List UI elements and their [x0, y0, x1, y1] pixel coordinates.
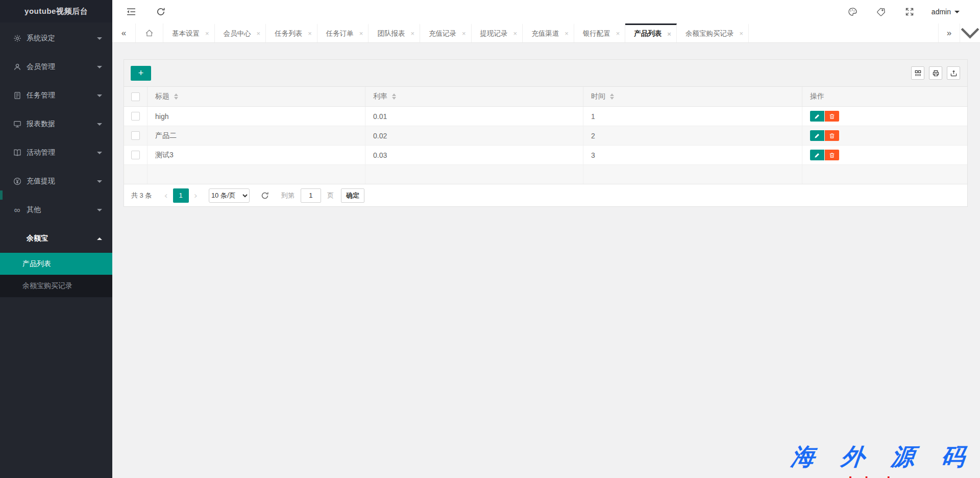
tab-产品列表[interactable]: 产品列表 × — [625, 23, 677, 42]
trash-icon — [829, 152, 835, 158]
edit-button[interactable] — [810, 111, 824, 122]
app-logo: youtube视频后台 — [0, 0, 112, 22]
table-body: high 0.01 1 产品二 0.02 2 — [124, 107, 967, 165]
sort-control[interactable] — [610, 93, 614, 100]
goto-page-input[interactable] — [301, 188, 321, 203]
top-header: admin — [112, 0, 980, 23]
sidebar-item-余额宝[interactable]: 余额宝 — [0, 224, 112, 253]
sidebar-scrollbar[interactable] — [0, 190, 3, 200]
refresh-icon[interactable] — [156, 7, 165, 16]
add-button[interactable]: + — [131, 66, 151, 81]
tab-close-icon[interactable]: × — [359, 30, 363, 37]
sidebar-item-会员管理[interactable]: 会员管理 — [0, 53, 112, 81]
page-size-select[interactable]: 10 条/页 — [209, 188, 250, 203]
next-page-button[interactable]: › — [194, 190, 198, 201]
goto-prefix-label: 到第 — [281, 191, 295, 200]
none — [13, 234, 21, 243]
tab-close-icon[interactable]: × — [308, 30, 312, 37]
home-icon — [145, 29, 154, 37]
tab-close-icon[interactable]: × — [257, 30, 261, 37]
watermark-url: www.haiwaiym.com — [791, 474, 965, 478]
columns-filter-button[interactable] — [911, 66, 924, 80]
tab-银行配置[interactable]: 银行配置 × — [574, 23, 626, 42]
header-rate: 利率 — [365, 87, 583, 106]
tabs-scroll-left-button[interactable]: « — [112, 23, 136, 42]
delete-button[interactable] — [825, 150, 839, 160]
fullscreen-icon[interactable] — [905, 7, 914, 16]
refresh-table-button[interactable] — [261, 192, 269, 200]
chevron-icon — [97, 37, 102, 40]
select-all-checkbox[interactable] — [131, 92, 140, 101]
delete-button[interactable] — [825, 130, 839, 141]
sidebar: youtube视频后台 系统设定 会员管理 任务管理 报表数据 活动管理 充值提… — [0, 0, 112, 478]
tab-close-icon[interactable]: × — [739, 30, 743, 37]
tab-基本设置[interactable]: 基本设置 × — [163, 23, 215, 42]
toolbar-right-group — [906, 66, 960, 80]
tabs-scroll-right-button[interactable]: » — [938, 23, 960, 42]
refresh-icon — [261, 192, 269, 200]
tab-close-icon[interactable]: × — [462, 30, 466, 37]
palette-icon[interactable] — [848, 7, 857, 16]
tag-icon[interactable] — [876, 7, 886, 16]
sidebar-submenu: 产品列表余额宝购买记录 — [0, 253, 112, 297]
collapse-menu-icon[interactable] — [127, 7, 136, 16]
sort-control[interactable] — [392, 93, 396, 100]
tabs-menu-button[interactable] — [960, 23, 980, 42]
pencil-icon — [814, 133, 820, 139]
edit-button[interactable] — [810, 130, 824, 141]
tabs-strip: 基本设置 × 会员中心 × 任务列表 × 任务订单 × 团队报表 × 充值记录 … — [163, 23, 749, 42]
cell-title: 测试3 — [148, 146, 365, 164]
gear-icon — [13, 34, 21, 43]
monitor-icon — [13, 120, 21, 129]
chevron-icon — [97, 66, 102, 68]
sidebar-item-系统设定[interactable]: 系统设定 — [0, 24, 112, 53]
row-checkbox[interactable] — [131, 131, 140, 140]
tab-充值记录[interactable]: 充值记录 × — [420, 23, 472, 42]
yen-icon — [13, 177, 21, 186]
table-empty-row — [124, 165, 967, 184]
confirm-button[interactable]: 确定 — [341, 188, 364, 203]
tab-close-icon[interactable]: × — [205, 30, 209, 37]
tab-任务列表[interactable]: 任务列表 × — [266, 23, 317, 42]
prev-page-button[interactable]: ‹ — [164, 190, 167, 201]
sort-control[interactable] — [174, 93, 178, 100]
sidebar-subitem-余额宝购买记录[interactable]: 余额宝购买记录 — [0, 275, 112, 297]
user-menu[interactable]: admin — [932, 8, 960, 16]
tab-团队报表[interactable]: 团队报表 × — [369, 23, 420, 42]
trash-icon — [829, 133, 835, 139]
page-number-button[interactable]: 1 — [173, 188, 189, 203]
export-button[interactable] — [947, 66, 960, 80]
tab-close-icon[interactable]: × — [410, 30, 414, 37]
sidebar-item-任务管理[interactable]: 任务管理 — [0, 81, 112, 110]
edit-button[interactable] — [810, 150, 824, 160]
cell-rate: 0.01 — [365, 107, 583, 126]
sidebar-item-其他[interactable]: ∞ 其他 — [0, 196, 112, 224]
tab-会员中心[interactable]: 会员中心 × — [215, 23, 266, 42]
tab-充值渠道[interactable]: 充值渠道 × — [523, 23, 574, 42]
header-title: 标题 — [148, 87, 365, 106]
cell-time: 1 — [583, 107, 802, 126]
row-checkbox[interactable] — [131, 112, 140, 121]
print-button[interactable] — [929, 66, 942, 80]
chevron-down-icon — [954, 11, 960, 13]
cell-title: high — [148, 107, 365, 126]
sidebar-item-充值提现[interactable]: 充值提现 — [0, 167, 112, 196]
pencil-icon — [814, 113, 820, 119]
sidebar-item-活动管理[interactable]: 活动管理 — [0, 138, 112, 167]
sidebar-item-报表数据[interactable]: 报表数据 — [0, 110, 112, 138]
sidebar-subitem-产品列表[interactable]: 产品列表 — [0, 253, 112, 275]
tab-余额宝购买记录[interactable]: 余额宝购买记录 × — [677, 23, 749, 42]
tab-任务订单[interactable]: 任务订单 × — [317, 23, 369, 42]
tab-close-icon[interactable]: × — [667, 31, 671, 37]
tab-close-icon[interactable]: × — [616, 30, 620, 37]
chevron-icon — [97, 180, 102, 183]
row-checkbox[interactable] — [131, 151, 140, 159]
home-tab-button[interactable] — [136, 23, 163, 42]
tab-close-icon[interactable]: × — [513, 30, 518, 37]
tab-提现记录[interactable]: 提现记录 × — [472, 23, 523, 42]
total-count: 共 3 条 — [131, 191, 152, 200]
tab-close-icon[interactable]: × — [565, 30, 569, 37]
chevron-icon — [97, 237, 102, 240]
table-row: 测试3 0.03 3 — [124, 146, 967, 165]
delete-button[interactable] — [825, 111, 839, 122]
